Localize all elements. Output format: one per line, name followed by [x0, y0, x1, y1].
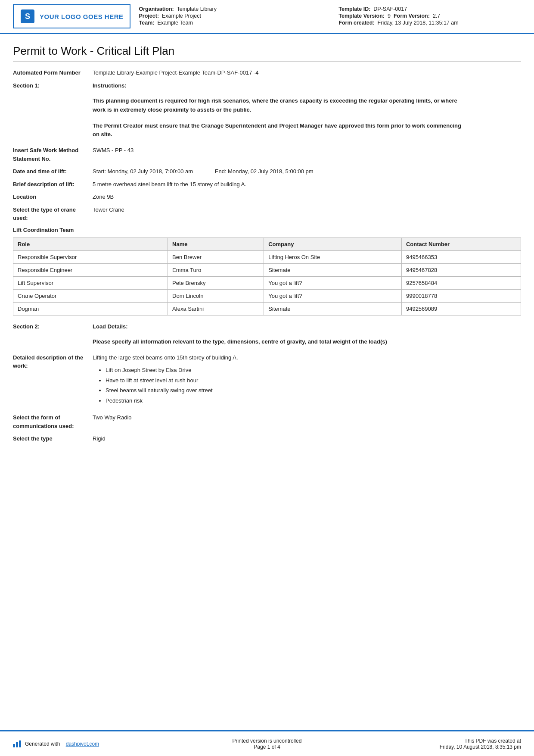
footer-page: Page 1 of 4: [182, 744, 351, 750]
swms-value: SWMS - PP - 43: [93, 146, 521, 155]
table-cell: Crane Operator: [13, 289, 168, 302]
instructions-text2: The Permit Creator must ensure that the …: [93, 122, 461, 138]
table-cell: 9990018778: [401, 289, 521, 302]
team-value: Example Team: [157, 20, 192, 26]
header-meta-right: Template ID: DP-SAF-0017 Template Versio…: [338, 6, 521, 27]
col-role: Role: [13, 237, 168, 250]
table-cell: 9495466353: [401, 250, 521, 263]
brief-desc-row: Brief description of lift: 5 metre overh…: [13, 180, 521, 189]
location-value: Zone 9B: [93, 193, 521, 201]
crane-type-label: Select the type of crane used:: [13, 206, 93, 222]
table-header-row: Role Name Company Contact Number: [13, 237, 521, 250]
form-number-value: Template Library-Example Project-Example…: [93, 69, 521, 77]
project-row: Project: Example Project: [139, 13, 322, 19]
instructions-text1: This planning document is required for h…: [93, 97, 457, 113]
team-row: Team: Example Team: [139, 20, 322, 26]
logo-area: S YOUR LOGO GOES HERE: [13, 4, 130, 28]
org-label: Organisation:: [139, 6, 174, 12]
load-details-text: Please specify all information relevant …: [93, 338, 387, 345]
table-cell: 9257658484: [401, 276, 521, 289]
footer-right-date: Friday, 10 August 2018, 8:35:13 pm: [352, 744, 521, 750]
communication-row: Select the form of communications used: …: [13, 413, 521, 430]
footer-uncontrolled: Printed version is uncontrolled: [182, 738, 351, 744]
table-cell: Dom Lincoln: [168, 289, 264, 302]
table-cell: Lifting Heros On Site: [264, 250, 402, 263]
list-item: Have to lift at street level at rush hou…: [106, 375, 521, 385]
lift-team-title: Lift Coordination Team: [13, 227, 521, 233]
communication-value: Two Way Radio: [93, 413, 521, 422]
template-version-label: Template Version:: [338, 13, 385, 19]
crane-type-row: Select the type of crane used: Tower Cra…: [13, 206, 521, 222]
table-cell: Sitemate: [264, 263, 402, 276]
template-id-value: DP-SAF-0017: [373, 6, 407, 12]
header-meta-left: Organisation: Template Library Project: …: [139, 6, 322, 27]
list-item: Pedestrian risk: [106, 396, 521, 406]
logo-icon: S: [20, 9, 35, 24]
form-version-value: 2.7: [433, 13, 440, 19]
main-content: Permit to Work - Critical Lift Plan Auto…: [0, 34, 534, 756]
section2-row: Section 2: Load Details:: [13, 322, 521, 331]
table-row: Crane OperatorDom LincolnYou got a lift?…: [13, 289, 521, 302]
brief-desc-label: Brief description of lift:: [13, 180, 93, 189]
section2-value: Load Details:: [93, 322, 521, 331]
list-item: Lift on Joseph Street by Elsa Drive: [106, 365, 521, 375]
lift-coordination-table: Role Name Company Contact Number Respons…: [13, 237, 521, 316]
crane-type-value: Tower Crane: [93, 206, 521, 214]
type-value: Rigid: [93, 434, 521, 443]
logo-text: YOUR LOGO GOES HERE: [40, 13, 124, 20]
table-cell: Ben Brewer: [168, 250, 264, 263]
instructions-block1: This planning document is required for h…: [93, 97, 463, 115]
form-created-value: Friday, 13 July 2018, 11:35:17 am: [378, 20, 459, 26]
org-row: Organisation: Template Library: [139, 6, 322, 12]
instructions-block2: The Permit Creator must ensure that the …: [93, 122, 463, 140]
type-row: Select the type Rigid: [13, 434, 521, 443]
template-id-row: Template ID: DP-SAF-0017: [338, 6, 521, 12]
table-cell: You got a lift?: [264, 276, 402, 289]
svg-text:S: S: [25, 12, 30, 21]
table-row: Responsible SupervisorBen BrewerLifting …: [13, 250, 521, 263]
form-created-label: Form created:: [338, 20, 374, 26]
bar-chart-icon: [13, 740, 21, 747]
bullet-list: Lift on Joseph Street by Elsa DriveHave …: [106, 365, 521, 406]
footer: Generated with dashpivot.com Printed ver…: [0, 730, 534, 756]
header-meta: Organisation: Template Library Project: …: [139, 4, 521, 28]
form-created-row: Form created: Friday, 13 July 2018, 11:3…: [338, 20, 521, 26]
load-details-instruction: Please specify all information relevant …: [93, 337, 463, 347]
footer-left: Generated with dashpivot.com: [13, 740, 182, 747]
footer-link[interactable]: dashpivot.com: [66, 741, 99, 747]
table-cell: Alexa Sartini: [168, 302, 264, 315]
table-cell: 9492569089: [401, 302, 521, 315]
table-cell: Sitemate: [264, 302, 402, 315]
detailed-desc-row: Detailed description of the work: Liftin…: [13, 353, 521, 409]
brief-desc-value: 5 metre overhead steel beam lift to the …: [93, 180, 521, 189]
list-item: Steel beams will naturally swing over st…: [106, 385, 521, 395]
template-version-row: Template Version: 9 Form Version: 2.7: [338, 13, 521, 19]
detailed-desc-value: Lifting the large steel beams onto 15th …: [93, 353, 521, 409]
communication-label: Select the form of communications used:: [13, 413, 93, 430]
template-version-value: 9: [388, 13, 391, 19]
detailed-desc-label: Detailed description of the work:: [13, 353, 93, 370]
table-cell: Pete Brensky: [168, 276, 264, 289]
table-row: DogmanAlexa SartiniSitemate9492569089: [13, 302, 521, 315]
col-name: Name: [168, 237, 264, 250]
page-title: Permit to Work - Critical Lift Plan: [13, 44, 521, 62]
datetime-row: Date and time of lift: Start: Monday, 02…: [13, 167, 521, 176]
footer-center: Printed version is uncontrolled Page 1 o…: [182, 738, 351, 750]
team-label: Team:: [139, 20, 155, 26]
table-cell: Responsible Supervisor: [13, 250, 168, 263]
table-cell: Emma Turo: [168, 263, 264, 276]
project-value: Example Project: [162, 13, 201, 19]
table-cell: 9495467828: [401, 263, 521, 276]
section2-label: Section 2:: [13, 322, 93, 331]
section1-value: Instructions:: [93, 81, 521, 90]
table-row: Lift SupervisorPete BrenskyYou got a lif…: [13, 276, 521, 289]
table-cell: Lift Supervisor: [13, 276, 168, 289]
location-label: Location: [13, 193, 93, 201]
type-label: Select the type: [13, 434, 93, 443]
section1-label: Section 1:: [13, 81, 93, 90]
footer-right: This PDF was created at Friday, 10 Augus…: [352, 738, 521, 750]
table-cell: Dogman: [13, 302, 168, 315]
org-value: Template Library: [177, 6, 217, 12]
datetime-end: End: Monday, 02 July 2018, 5:00:00 pm: [215, 168, 314, 175]
form-number-row: Automated Form Number Template Library-E…: [13, 69, 521, 77]
